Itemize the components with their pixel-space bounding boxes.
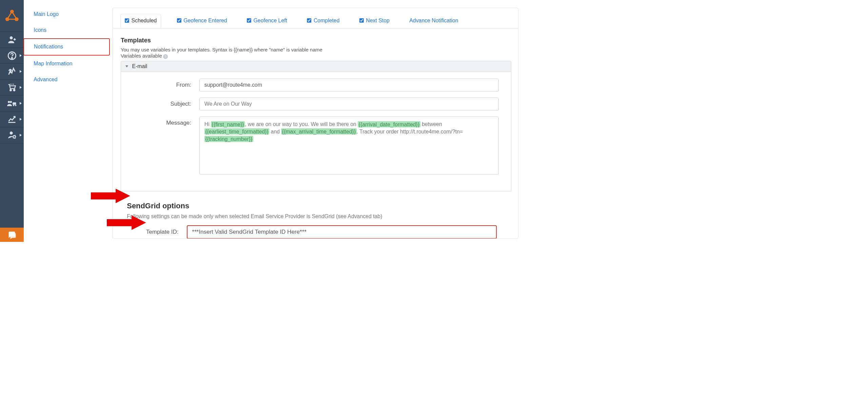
tab-next-stop-checkbox[interactable] [359,18,364,23]
svg-point-11 [8,101,10,103]
variable-token: {{earliest_time_formatted}} [204,128,269,134]
user-plus-icon [7,35,17,44]
tab-completed-checkbox[interactable] [307,18,311,23]
cart-icon [7,83,17,92]
nav-notifications[interactable]: Notifications [23,38,110,56]
brand-logo [0,0,24,32]
tab-geofence-left-checkbox[interactable] [247,18,251,23]
email-section-label: E-mail [132,63,147,69]
variable-token: {{arrival_date_formatted}} [358,121,420,127]
message-label: Message: [134,117,192,126]
variable-token: {{max_arrival_time_formatted}} [281,128,356,134]
message-editor[interactable]: Hi {{first_name}}, we are on our way to … [199,117,498,174]
tab-label: Next Stop [366,18,390,24]
tab-geofence-entered[interactable]: Geofence Entered [173,14,231,28]
info-icon[interactable]: ? [163,54,167,59]
secondary-nav: Main Logo Icons Notifications Map Inform… [24,0,110,242]
rail-cart[interactable] [0,80,24,96]
tab-completed[interactable]: Completed [303,14,343,28]
tab-advance-notification[interactable]: Advance Notification [405,14,462,28]
rail-chat[interactable] [0,228,24,242]
rail-user-settings[interactable] [0,127,24,143]
team-truck-icon [7,99,17,107]
svg-point-16 [9,132,13,135]
rail-analytics[interactable] [0,111,24,127]
template-id-label: Template ID: [127,229,178,235]
templates-help-1: You may use variables in your templates.… [121,47,511,53]
tabs-bar: Scheduled Geofence Entered Geofence Left… [113,8,518,28]
rail-team[interactable] [0,96,24,111]
sendgrid-subtitle: Following settings can be made only when… [127,213,511,220]
chat-icon [7,230,17,239]
variable-token: {{tracking_number}} [204,136,253,142]
content-scroll[interactable]: Templates You may use variables in your … [121,31,514,238]
rail-help[interactable] [0,48,24,64]
svg-point-12 [10,101,12,103]
nav-map-information[interactable]: Map Information [24,56,110,71]
tab-label: Geofence Entered [183,18,227,24]
variable-token: {{first_name}} [211,121,245,127]
tab-label: Advance Notification [409,18,458,24]
tab-geofence-entered-checkbox[interactable] [177,18,181,23]
tab-geofence-left[interactable]: Geofence Left [243,14,291,28]
svg-point-15 [15,105,16,106]
rail-routes[interactable] [0,64,24,80]
svg-point-6 [9,36,13,39]
tab-label: Completed [314,18,340,24]
sendgrid-title: SendGrid options [127,202,511,210]
from-input[interactable] [199,79,498,91]
nav-main-logo[interactable]: Main Logo [24,6,110,22]
tab-label: Geofence Left [254,18,287,24]
icon-rail [0,0,24,242]
nav-advanced[interactable]: Advanced [24,71,110,87]
svg-point-9 [10,89,11,91]
user-gear-icon [7,130,17,140]
tab-label: Scheduled [131,18,157,24]
rail-add-user[interactable] [0,32,24,48]
svg-point-10 [14,89,15,91]
nav-icons[interactable]: Icons [24,22,110,38]
chart-up-icon [7,114,17,124]
svg-point-14 [13,105,14,106]
templates-heading: Templates [121,37,511,44]
tab-scheduled[interactable]: Scheduled [120,14,161,28]
email-section-header[interactable]: E-mail [121,61,511,72]
subject-label: Subject: [134,98,192,107]
tab-scheduled-checkbox[interactable] [125,18,129,23]
tab-next-stop[interactable]: Next Stop [355,14,394,28]
caret-down-icon [125,65,128,67]
subject-input[interactable] [199,98,498,110]
template-id-input[interactable] [187,225,497,239]
svg-point-8 [12,57,13,58]
main-card: Scheduled Geofence Entered Geofence Left… [113,8,518,239]
question-circle-icon [7,51,17,60]
email-section-body: From: Subject: Message: Hi {{first_name}… [121,72,511,191]
routes-up-icon [7,67,17,76]
svg-rect-13 [13,102,16,105]
templates-help-2: Variables available? [121,53,511,59]
from-label: From: [134,79,192,88]
